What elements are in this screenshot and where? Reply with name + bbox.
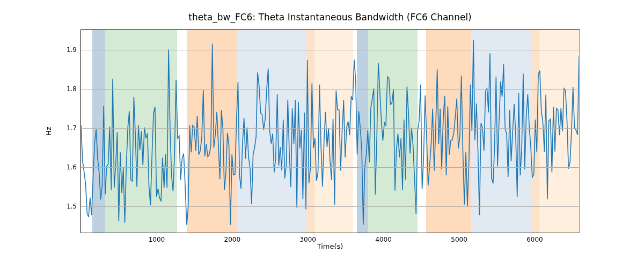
plot-axes: 1.51.61.71.81.9100020003000400050006000 — [80, 29, 580, 233]
chart-title: theta_bw_FC6: Theta Instantaneous Bandwi… — [80, 12, 580, 23]
y-tick-label: 1.8 — [67, 85, 77, 93]
figure: theta_bw_FC6: Theta Instantaneous Bandwi… — [0, 0, 644, 268]
y-tick-label: 1.6 — [67, 163, 77, 171]
y-axis-label: Hz — [43, 29, 54, 233]
gridline — [81, 50, 579, 50]
x-axis-label: Time(s) — [80, 242, 580, 250]
plot-svg — [81, 30, 579, 233]
gridline — [81, 206, 579, 207]
gridline — [81, 89, 579, 90]
y-tick-label: 1.9 — [67, 46, 77, 54]
y-tick-label: 1.7 — [67, 124, 77, 132]
data-line — [81, 40, 579, 225]
gridline — [81, 167, 579, 168]
gridline — [81, 128, 579, 129]
y-tick-label: 1.5 — [67, 203, 77, 210]
